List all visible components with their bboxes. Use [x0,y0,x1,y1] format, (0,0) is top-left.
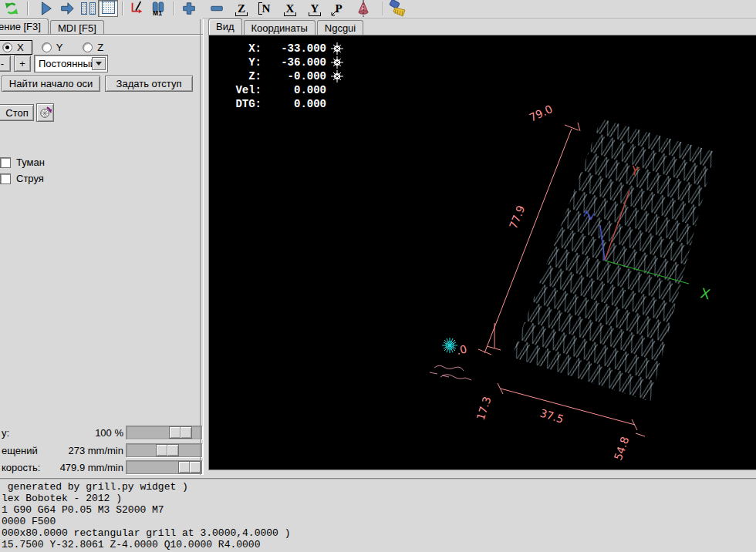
jog-speed-slider[interactable] [126,443,202,457]
arrow-right-icon [59,1,76,16]
plus-icon [181,1,197,16]
axis-x-label: X [17,42,24,53]
tool-cone-icon [355,0,372,17]
reload-icon [4,1,19,16]
tab-ngcgui[interactable]: Ngcgui [317,20,363,35]
radio-axis-y[interactable]: Y [42,42,63,53]
max-velocity-label: корость: [2,462,40,473]
zoom-in-button[interactable] [179,0,199,17]
spindle-cw-icon [39,106,52,119]
reload-file-button[interactable] [2,0,22,17]
panel-sash[interactable] [200,19,204,475]
grill-toolpath [511,119,715,402]
step-button[interactable] [78,0,98,17]
jog-speed-label: ещений [2,445,38,456]
tab-preview-label: Вид [216,21,235,32]
tab-dro[interactable]: Координаты [244,20,316,35]
dro-readout: X: -33.000 Y: -36.000 [231,42,343,111]
home-axis-label: Найти начало оси [9,78,93,89]
slider-handle[interactable] [156,444,179,456]
jog-minus-button[interactable]: - [0,56,11,72]
view-x-button[interactable]: X [280,0,300,17]
tab-preview[interactable]: Вид [208,19,242,35]
coolant-flood-checkbox[interactable]: Струя [0,173,44,184]
gcode-line[interactable]: 0000 F500 [0,516,756,527]
control-tabs: ение [F3] MDI [F5] [0,19,106,35]
tab-manual-f3[interactable]: ение [F3] [0,19,49,35]
dro-z-label: Z: [231,70,262,82]
letter-n-icon: N [258,0,275,17]
clear-backplot-button[interactable] [388,0,408,17]
toolbar-separator [383,2,384,15]
origin-annotation-scribble [430,365,471,380]
tab-manual-label: ение [F3] [0,21,41,32]
backplot-canvas[interactable]: 79.0 77.9 .0 17.3 37.5 54.8 X Y Z [208,35,756,470]
pause-button[interactable] [98,0,118,17]
dim-label-37-5: 37.5 [538,407,565,426]
dro-row-vel: Vel: 0.000 [231,83,343,97]
dro-row-x: X: -33.000 [231,42,343,56]
dim-label-origin: .0 [455,343,467,357]
slider-handle[interactable] [178,461,201,473]
override-limits-button[interactable] [127,0,147,17]
toolbar-separator [27,2,29,15]
dro-row-dtg: DTG: 0.000 [231,97,343,111]
dro-row-z: Z: -0.000 [231,69,343,83]
view-z-button[interactable]: Z [231,0,251,17]
gcode-line[interactable]: generated by grill.py widget ) [0,481,756,493]
radio-axis-z[interactable]: Z [83,42,103,53]
gcode-line[interactable]: 000x80.0000 rectangular grill at 3.0000,… [0,527,756,539]
view-z-rotated-button[interactable]: N [256,0,276,17]
broom-icon [389,0,407,17]
radio-dot-icon [42,42,52,52]
tab-mdi-f5[interactable]: MDI [F5] [50,20,104,35]
axis-y-label: Y [56,42,63,53]
gcode-listing[interactable]: generated by grill.py widget ) lex Bobot… [0,478,756,552]
view-y-button[interactable]: Y [305,0,325,17]
letter-z-icon: Z [233,0,250,17]
slider-handle[interactable] [169,426,192,439]
dro-row-y: Y: -36.000 [231,56,343,69]
radio-axis-x[interactable]: X [0,40,32,55]
feed-override-label: у: [2,427,9,439]
zoom-out-button[interactable] [207,0,227,17]
minus-icon [209,1,224,16]
dim-label-54-8: 54.8 [612,435,632,462]
view-tabs: Вид Координаты Ngcgui [208,19,365,35]
dro-vel-label: Vel: [231,84,262,96]
homed-icon [331,70,343,82]
combobox-arrow-button[interactable] [92,57,106,70]
touch-off-button[interactable]: Задать отступ [105,76,193,92]
show-tool-button[interactable] [353,0,373,17]
feed-override-value: 100 % [46,427,123,439]
gcode-line[interactable]: 1 G90 G64 P0.05 M3 S2000 M7 [0,504,756,516]
run-program-button[interactable] [35,0,56,17]
tab-ngcgui-label: Ngcgui [325,22,356,34]
optional-stop-button[interactable]: M1 [148,0,168,17]
jog-plus-button[interactable]: + [14,56,31,72]
run-from-line-button[interactable] [57,0,77,17]
linuxcnc-axis-window: M1 Z N [0,0,756,552]
home-axis-button[interactable]: Найти начало оси [2,76,100,92]
feed-override-slider[interactable] [126,426,202,439]
coolant-flood-label: Струя [16,173,44,184]
jog-speed-row: ещений 273 mm/min [0,443,203,457]
dro-dtg-value: 0.000 [262,98,326,110]
jog-mode-value: Постоянный [39,58,96,69]
view-perspective-button[interactable]: P [329,0,349,17]
checkbox-icon [0,173,11,184]
dro-y-value: -36.000 [262,56,326,69]
m1-icon: M1 [150,1,167,17]
jog-mode-combobox[interactable]: Постоянный [34,55,108,72]
dro-vel-value: 0.000 [262,84,326,96]
coolant-mist-label: Туман [16,157,45,168]
coolant-mist-checkbox[interactable]: Туман [0,157,45,168]
max-velocity-slider[interactable] [126,460,202,474]
dro-z-value: -0.000 [262,70,326,82]
gcode-line[interactable]: lex Bobotek - 2012 ) [0,493,756,504]
spindle-cw-button[interactable] [36,103,54,122]
spindle-stop-button[interactable]: Стоп [0,104,34,121]
tab-divider [0,34,203,35]
gcode-line[interactable]: 15.7500 Y-32.8061 Z-4.0000 Q10.0000 R4.0… [0,539,756,550]
axis-x-glyph: X [699,284,711,302]
